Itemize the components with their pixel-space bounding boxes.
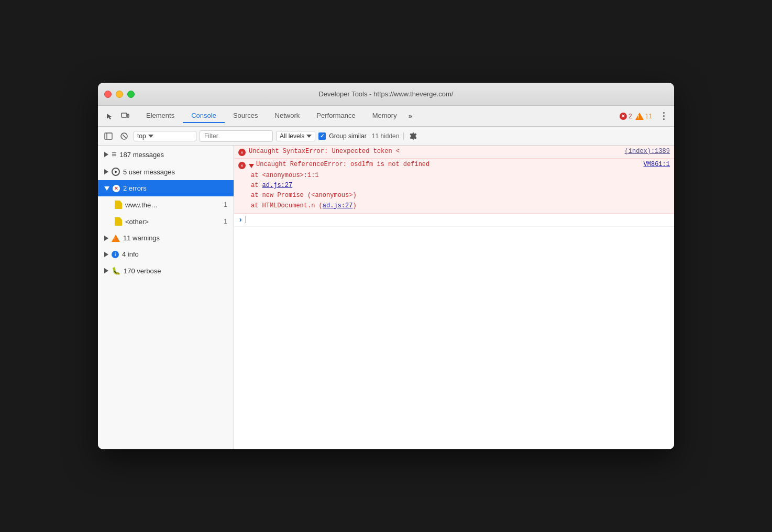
info-icon: i <box>112 251 119 258</box>
error-badge[interactable]: ✕ 2 <box>620 113 632 120</box>
clear-console-button[interactable] <box>118 130 130 142</box>
title-bar: Developer Tools - https://www.theverge.c… <box>98 83 674 106</box>
console-settings-button[interactable] <box>407 130 420 142</box>
sidebar-label: www.the… <box>125 201 220 209</box>
stack-frame: at <anonymous>:1:1 <box>251 171 357 181</box>
context-value: top <box>137 132 146 140</box>
sidebar-count: 1 <box>224 218 227 225</box>
error-entry-icon: ✕ <box>238 162 246 169</box>
nav-toolbar: Elements Console Sources Network Perform… <box>98 106 674 127</box>
expand-icon <box>104 152 108 157</box>
expand-arrow-icon[interactable] <box>249 164 254 171</box>
sidebar-toggle-button[interactable] <box>102 130 115 142</box>
svg-rect-1 <box>127 114 129 117</box>
error-icon: ✕ <box>238 149 246 156</box>
warning-badge[interactable]: 11 <box>635 113 652 120</box>
expand-icon <box>104 169 108 174</box>
sidebar-item-all-messages[interactable]: ≡ 187 messages <box>98 146 234 163</box>
tab-network[interactable]: Network <box>267 109 308 123</box>
error-icon: ✕ <box>620 113 627 120</box>
sidebar-label: 4 info <box>122 250 227 258</box>
error-icon: ✕ <box>113 185 120 192</box>
stack-frame-link[interactable]: ad.js:27 <box>323 202 353 209</box>
svg-rect-0 <box>122 113 127 117</box>
svg-rect-2 <box>105 133 112 139</box>
file-icon <box>115 201 122 209</box>
error-text: Uncaught ReferenceError: osdlfm is not d… <box>256 161 639 168</box>
console-prompt-entry: › <box>234 214 674 227</box>
context-selector[interactable]: top <box>134 131 196 141</box>
hidden-count: 11 hidden <box>372 132 404 140</box>
nav-tabs: Elements Console Sources Network Perform… <box>138 109 415 123</box>
devtools-window: Developer Tools - https://www.theverge.c… <box>98 83 674 449</box>
stack-trace: at <anonymous>:1:1 at ad.js:27 at new Pr… <box>238 171 357 211</box>
more-tabs-button[interactable]: » <box>405 110 415 122</box>
user-icon: ● <box>112 168 120 176</box>
sidebar-item-warnings[interactable]: 11 warnings <box>98 230 234 246</box>
minimize-button[interactable] <box>116 91 123 98</box>
sidebar: ≡ 187 messages ● 5 user messages ✕ 2 err… <box>98 146 234 449</box>
close-button[interactable] <box>104 91 112 98</box>
level-value: All levels <box>280 132 304 140</box>
tab-elements[interactable]: Elements <box>138 109 183 123</box>
error-icon: ✕ <box>238 162 246 169</box>
stack-frame: at new Promise (<anonymous>) <box>251 191 357 201</box>
device-toolbar-button[interactable] <box>118 109 133 124</box>
sidebar-count: 1 <box>224 201 227 208</box>
sidebar-label: 187 messages <box>119 151 227 159</box>
warning-icon <box>112 235 120 242</box>
file-icon <box>115 217 122 226</box>
tab-sources[interactable]: Sources <box>225 109 267 123</box>
expand-icon <box>104 252 108 257</box>
sidebar-item-file-www[interactable]: www.the… 1 <box>98 196 234 213</box>
error-header-row: ✕ Uncaught ReferenceError: osdlfm is not… <box>238 161 670 171</box>
sidebar-label: 170 verbose <box>124 267 227 275</box>
tab-performance[interactable]: Performance <box>308 109 363 123</box>
cursor-tool-button[interactable] <box>102 109 117 124</box>
expand-icon <box>104 236 108 241</box>
sidebar-item-verbose[interactable]: 🐛 170 verbose <box>98 262 234 279</box>
filter-input[interactable] <box>200 130 273 142</box>
svg-line-5 <box>123 135 126 138</box>
warning-icon <box>635 113 644 120</box>
main-content: ≡ 187 messages ● 5 user messages ✕ 2 err… <box>98 146 674 449</box>
error-entry-icon: ✕ <box>238 149 246 156</box>
error-count: 2 <box>628 113 632 120</box>
console-toolbar: top All levels Group similar 11 hidden <box>98 127 674 146</box>
group-similar-option[interactable]: Group similar <box>318 132 366 140</box>
more-options-button[interactable] <box>657 110 670 123</box>
window-title: Developer Tools - https://www.theverge.c… <box>319 90 454 98</box>
sidebar-label: 2 errors <box>123 184 227 192</box>
prompt-arrow-icon: › <box>238 216 242 224</box>
maximize-button[interactable] <box>127 91 135 98</box>
level-selector[interactable]: All levels <box>276 131 315 141</box>
expand-icon <box>104 186 109 191</box>
warning-count: 11 <box>645 113 652 120</box>
tab-memory[interactable]: Memory <box>364 109 405 123</box>
console-panel: ✕ Uncaught SyntaxError: Unexpected token… <box>234 146 674 449</box>
stack-frame-link[interactable]: ad.js:27 <box>262 182 293 189</box>
group-similar-checkbox[interactable] <box>318 132 326 140</box>
sidebar-item-file-other[interactable]: <other> 1 <box>98 213 234 230</box>
sidebar-label: 11 warnings <box>123 234 227 242</box>
tab-console[interactable]: Console <box>183 109 225 123</box>
expand-icon <box>104 268 108 273</box>
error-text: Uncaught SyntaxError: Unexpected token < <box>249 148 621 155</box>
bug-icon: 🐛 <box>112 267 120 275</box>
sidebar-label: 5 user messages <box>123 168 227 176</box>
console-entry-reference-error[interactable]: ✕ Uncaught ReferenceError: osdlfm is not… <box>234 159 674 214</box>
stack-frame: at HTMLDocument.n (ad.js:27) <box>251 201 357 211</box>
sidebar-item-user-messages[interactable]: ● 5 user messages <box>98 163 234 180</box>
prompt-cursor[interactable] <box>246 216 250 223</box>
error-source[interactable]: (index):1389 <box>625 148 670 155</box>
sidebar-label: <other> <box>125 218 220 226</box>
console-entry-syntax-error[interactable]: ✕ Uncaught SyntaxError: Unexpected token… <box>234 146 674 159</box>
traffic-lights <box>104 91 135 98</box>
stack-frame: at ad.js:27 <box>251 181 357 191</box>
error-source[interactable]: VM861:1 <box>644 161 670 168</box>
list-icon: ≡ <box>112 150 116 159</box>
sidebar-item-errors[interactable]: ✕ 2 errors <box>98 180 234 196</box>
group-similar-label: Group similar <box>329 132 366 140</box>
sidebar-item-info[interactable]: i 4 info <box>98 246 234 262</box>
